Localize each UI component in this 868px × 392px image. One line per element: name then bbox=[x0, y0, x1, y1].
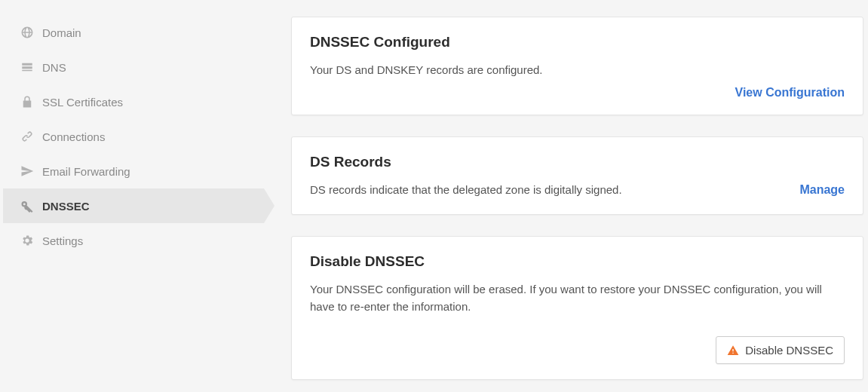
manage-button[interactable]: Manage bbox=[799, 183, 845, 197]
view-configuration-button[interactable]: View Configuration bbox=[735, 86, 845, 100]
card-title: DNSSEC Configured bbox=[310, 34, 845, 51]
sidebar-item-label: DNSSEC bbox=[42, 200, 90, 213]
sidebar-item-label: DNS bbox=[42, 61, 66, 74]
sidebar-item-label: Domain bbox=[42, 26, 81, 39]
sidebar: Domain DNS SSL Certificates Connections bbox=[0, 0, 264, 392]
card-text: DS records indicate that the delegated z… bbox=[310, 181, 622, 198]
link-icon bbox=[20, 129, 35, 144]
sidebar-item-dns[interactable]: DNS bbox=[3, 50, 264, 84]
card-text: Your DS and DNSKEY records are configure… bbox=[310, 61, 845, 78]
warning-icon bbox=[727, 345, 739, 357]
gear-icon bbox=[20, 233, 35, 248]
dnssec-configured-card: DNSSEC Configured Your DS and DNSKEY rec… bbox=[291, 17, 863, 115]
sidebar-item-connections[interactable]: Connections bbox=[3, 119, 264, 154]
sidebar-item-label: Email Forwarding bbox=[42, 165, 130, 178]
disable-dnssec-card: Disable DNSSEC Your DNSSEC configuration… bbox=[291, 236, 863, 381]
sidebar-item-ssl-certificates[interactable]: SSL Certificates bbox=[3, 84, 264, 119]
lock-icon bbox=[20, 94, 35, 109]
card-title: DS Records bbox=[310, 154, 845, 170]
paper-plane-icon bbox=[20, 164, 35, 179]
main-content: DNSSEC Configured Your DS and DNSKEY rec… bbox=[264, 0, 868, 392]
sidebar-item-dnssec[interactable]: DNSSEC bbox=[3, 188, 264, 223]
sidebar-item-email-forwarding[interactable]: Email Forwarding bbox=[3, 154, 264, 188]
button-label: Disable DNSSEC bbox=[745, 344, 833, 357]
key-icon bbox=[20, 198, 35, 213]
sidebar-item-label: SSL Certificates bbox=[42, 96, 123, 109]
ds-records-card: DS Records DS records indicate that the … bbox=[291, 136, 863, 214]
globe-icon bbox=[20, 25, 35, 40]
sidebar-item-label: Connections bbox=[42, 130, 105, 143]
sidebar-item-label: Settings bbox=[42, 234, 83, 247]
sidebar-item-domain[interactable]: Domain bbox=[3, 15, 264, 50]
list-icon bbox=[20, 60, 35, 75]
card-text: Your DNSSEC configuration will be erased… bbox=[310, 280, 845, 316]
card-title: Disable DNSSEC bbox=[310, 253, 845, 270]
disable-dnssec-button[interactable]: Disable DNSSEC bbox=[716, 336, 845, 364]
sidebar-item-settings[interactable]: Settings bbox=[3, 223, 264, 258]
